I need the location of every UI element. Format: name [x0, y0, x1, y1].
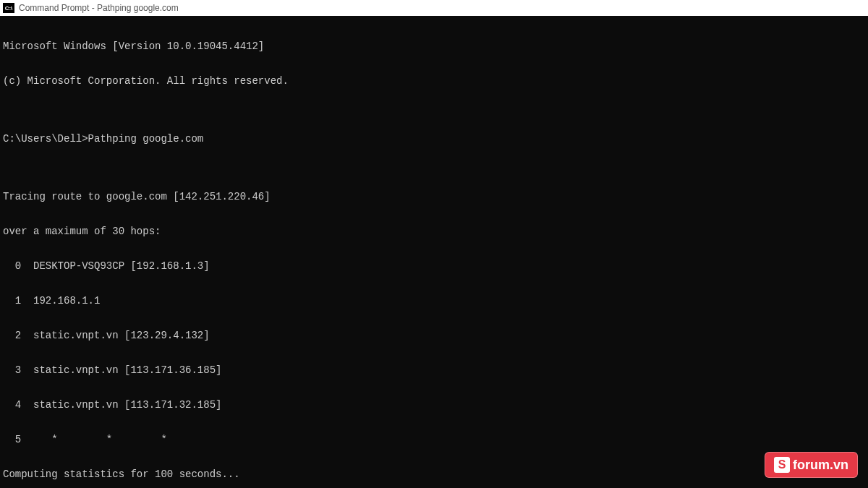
terminal-output[interactable]: Microsoft Windows [Version 10.0.19045.44… — [0, 16, 868, 488]
terminal-line: (c) Microsoft Corporation. All rights re… — [3, 75, 865, 87]
terminal-line: 1 192.168.1.1 — [3, 295, 865, 307]
watermark-icon: S — [774, 457, 790, 473]
terminal-line: 5 * * * — [3, 434, 865, 445]
terminal-line: 3 static.vnpt.vn [113.171.36.185] — [3, 364, 865, 376]
terminal-line: over a maximum of 30 hops: — [3, 226, 865, 237]
terminal-line: 4 static.vnpt.vn [113.171.32.185] — [3, 399, 865, 411]
terminal-line: C:\Users\Dell>Pathping google.com — [3, 133, 865, 145]
cmd-icon: C:\ — [3, 3, 14, 13]
window-title: Command Prompt - Pathping google.com — [19, 3, 179, 13]
terminal-line: 2 static.vnpt.vn [123.29.4.132] — [3, 330, 865, 341]
watermark-text: forum.vn — [793, 458, 848, 473]
watermark-badge: S forum.vn — [765, 452, 858, 478]
terminal-line: 0 DESKTOP-VSQ93CP [192.168.1.3] — [3, 260, 865, 272]
terminal-line: Computing statistics for 100 seconds... — [3, 468, 865, 480]
terminal-line: Tracing route to google.com [142.251.220… — [3, 191, 865, 202]
window-titlebar[interactable]: C:\ Command Prompt - Pathping google.com — [0, 0, 868, 16]
terminal-line: Microsoft Windows [Version 10.0.19045.44… — [3, 40, 865, 52]
